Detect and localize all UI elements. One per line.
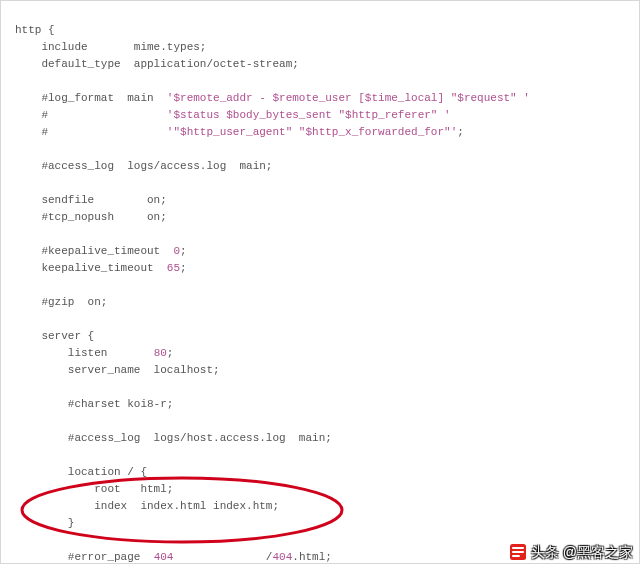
- code-line: listen 80;: [15, 347, 173, 359]
- code-line: #access_log logs/host.access.log main;: [15, 432, 332, 444]
- code-line: # '"$http_user_agent" "$http_x_forwarded…: [15, 126, 464, 138]
- code-line: #tcp_nopush on;: [15, 211, 167, 223]
- svg-rect-5: [512, 555, 520, 557]
- code-line: http {: [15, 24, 55, 36]
- code-line: keepalive_timeout 65;: [15, 262, 187, 274]
- code-line: #keepalive_timeout 0;: [15, 245, 187, 257]
- code-line: #log_format main '$remote_addr - $remote…: [15, 92, 530, 104]
- svg-rect-3: [512, 547, 524, 549]
- code-line: }: [15, 517, 74, 529]
- watermark: 头条 @黑客之家: [509, 543, 633, 561]
- code-line: server {: [15, 330, 94, 342]
- code-line: default_type application/octet-stream;: [15, 58, 299, 70]
- toutiao-logo-icon: [509, 543, 527, 561]
- config-code-block: http { include mime.types; default_type …: [1, 1, 639, 564]
- code-line: #error_page 404 /404.html;: [15, 551, 332, 563]
- code-line: root html;: [15, 483, 173, 495]
- code-line: # '$status $body_bytes_sent "$http_refer…: [15, 109, 451, 121]
- code-line: #charset koi8-r;: [15, 398, 173, 410]
- code-line: sendfile on;: [15, 194, 167, 206]
- watermark-handle: @黑客之家: [563, 544, 633, 561]
- code-line: #access_log logs/access.log main;: [15, 160, 272, 172]
- code-line: server_name localhost;: [15, 364, 220, 376]
- code-line: index index.html index.htm;: [15, 500, 279, 512]
- document-page: http { include mime.types; default_type …: [0, 0, 640, 564]
- code-line: include mime.types;: [15, 41, 206, 53]
- code-line: #gzip on;: [15, 296, 107, 308]
- svg-rect-4: [512, 551, 524, 553]
- code-line: location / {: [15, 466, 147, 478]
- watermark-prefix: 头条: [531, 544, 559, 561]
